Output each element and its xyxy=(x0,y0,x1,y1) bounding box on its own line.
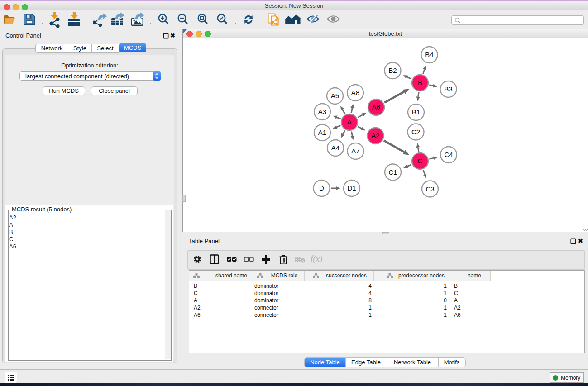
svg-text:A1: A1 xyxy=(318,129,326,136)
svg-text:A4: A4 xyxy=(331,144,339,152)
svg-text:C1: C1 xyxy=(388,168,397,176)
svg-text:A3: A3 xyxy=(318,108,326,115)
svg-text:B2: B2 xyxy=(388,67,397,74)
svg-text:C: C xyxy=(418,157,423,165)
svg-text:B: B xyxy=(418,79,422,86)
svg-text:A6: A6 xyxy=(372,103,380,111)
svg-text:D: D xyxy=(319,184,324,192)
svg-text:B3: B3 xyxy=(444,85,452,93)
svg-text:B4: B4 xyxy=(425,51,433,58)
svg-text:C2: C2 xyxy=(411,128,420,136)
svg-text:A7: A7 xyxy=(351,147,359,155)
svg-text:C4: C4 xyxy=(444,151,453,158)
svg-text:B1: B1 xyxy=(412,108,420,116)
svg-text:A: A xyxy=(347,118,352,126)
svg-text:D1: D1 xyxy=(347,184,356,192)
svg-text:A8: A8 xyxy=(351,89,359,96)
svg-text:A5: A5 xyxy=(331,92,339,100)
svg-text:C3: C3 xyxy=(425,185,434,193)
svg-text:A2: A2 xyxy=(371,132,379,139)
